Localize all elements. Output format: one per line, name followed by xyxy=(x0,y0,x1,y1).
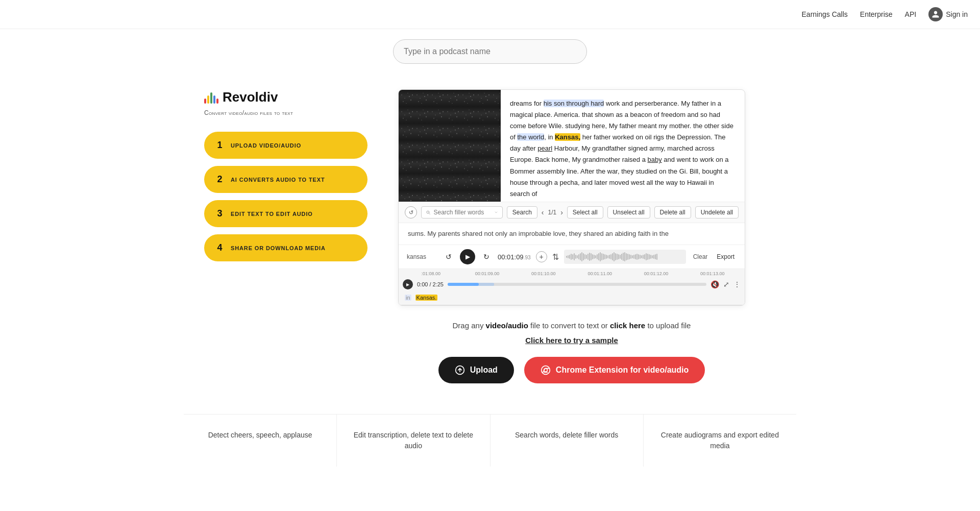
chrome-extension-button[interactable]: Chrome Extension for video/audio xyxy=(524,357,705,383)
waveform-bar xyxy=(581,252,582,261)
waveform-bar xyxy=(610,254,611,259)
step-1-num: 1 xyxy=(215,140,225,151)
transcript-area: dreams for his son through hard work and… xyxy=(399,90,745,202)
transcript-prefix: dreams for xyxy=(510,100,544,107)
waveform-bar xyxy=(643,255,644,259)
timeline-area: :01:08.00 00:01:09.00 00:01:10.00 00:01:… xyxy=(399,269,745,305)
waveform-bar xyxy=(632,255,633,258)
left-panel: Revoldiv Convert video/audio files to te… xyxy=(204,89,368,269)
earnings-calls-link[interactable]: Earnings Calls xyxy=(802,10,848,18)
audio-word-label: kansas xyxy=(407,253,437,260)
waveform-area: kansas ↺ ▶ ↻ 00:01:09.93 + ⇅ Clear xyxy=(399,245,745,269)
svg-point-1 xyxy=(542,366,550,375)
step-3-button[interactable]: 3 Edit text to edit audio xyxy=(204,200,368,227)
waveform-bar xyxy=(641,255,642,258)
waveform-visual xyxy=(564,250,686,264)
timestamp-display: 00:01:09.93 xyxy=(498,253,531,261)
logo-icon xyxy=(204,91,218,104)
enterprise-link[interactable]: Enterprise xyxy=(860,10,893,18)
waveform-bar xyxy=(646,253,647,260)
filler-search-input[interactable] xyxy=(434,209,491,216)
speed-icon[interactable]: ⇅ xyxy=(552,252,559,262)
timeline-play-btn[interactable]: ▶ xyxy=(403,279,413,289)
waveform-bar xyxy=(568,255,569,258)
feature-2-text: Edit transcription, delete text to delet… xyxy=(354,431,473,450)
waveform-bar xyxy=(606,255,607,259)
more-transcript[interactable]: sums. My parents shared not only an impr… xyxy=(399,223,745,245)
api-link[interactable]: API xyxy=(905,10,917,18)
rewind-btn[interactable]: ↺ xyxy=(443,251,455,263)
step-4-num: 4 xyxy=(215,242,225,253)
feature-1-text: Detect cheers, speech, applause xyxy=(208,431,312,439)
expand-icon[interactable]: ⤢ xyxy=(723,280,729,288)
more-options-icon[interactable]: ⋮ xyxy=(733,280,741,288)
sample-link[interactable]: Click here to try a sample xyxy=(398,336,745,345)
feature-3-text: Search words, delete filler words xyxy=(515,431,618,439)
transcript-t3: , in xyxy=(544,133,555,141)
search-icon xyxy=(426,209,431,215)
filler-toolbar: ↺ Search ‹ 1/1 › Select all Unselect all… xyxy=(399,202,745,223)
waveform-bar xyxy=(644,254,645,259)
timeline-progress-bar[interactable] xyxy=(448,283,706,286)
waveform-bar xyxy=(612,253,613,260)
mute-icon[interactable]: 🔇 xyxy=(710,280,719,288)
export-btn[interactable]: Export xyxy=(715,253,737,260)
feature-3: Search words, delete filler words xyxy=(491,415,644,467)
waveform-bar xyxy=(627,254,628,260)
waveform-bars xyxy=(564,250,686,264)
header: Earnings Calls Enterprise API Sign in xyxy=(0,0,980,29)
logo: Revoldiv xyxy=(204,89,368,105)
step-3-num: 3 xyxy=(215,208,225,219)
step-4-button[interactable]: 4 Share or download media xyxy=(204,234,368,261)
forward-btn[interactable]: ↻ xyxy=(480,251,493,263)
filler-nav-next[interactable]: › xyxy=(560,208,563,216)
waveform-bar xyxy=(618,254,619,259)
waveform-bar xyxy=(587,254,589,260)
select-all-btn[interactable]: Select all xyxy=(567,206,603,218)
waveform-bar xyxy=(620,255,621,259)
filler-nav-prev[interactable]: ‹ xyxy=(542,208,544,216)
waveform-bar xyxy=(574,253,575,260)
chrome-icon xyxy=(541,365,551,375)
waveform-bar xyxy=(577,255,578,258)
clear-btn[interactable]: Clear xyxy=(691,253,710,260)
waveform-bar xyxy=(609,255,610,259)
timeline-time: 0:00 / 2:25 xyxy=(417,281,444,287)
transcript-highlight-pearl: pearl xyxy=(537,144,552,152)
step-1-button[interactable]: 1 Upload video/audio xyxy=(204,132,368,159)
dropdown-arrow-icon xyxy=(494,210,498,215)
waveform-bar xyxy=(566,256,567,258)
waveform-bar xyxy=(638,254,639,259)
waveform-bar xyxy=(615,253,616,260)
sign-in-button[interactable]: Sign in xyxy=(928,7,968,21)
step-1-label: Upload video/audio xyxy=(231,142,301,149)
podcast-search-section xyxy=(0,29,980,69)
filler-repeat-btn[interactable]: ↺ xyxy=(405,206,417,218)
undelete-all-btn[interactable]: Undelete all xyxy=(695,206,739,218)
waveform-bar xyxy=(569,255,570,259)
waveform-bar xyxy=(617,254,618,260)
chrome-extension-label: Chrome Extension for video/audio xyxy=(556,366,689,375)
transcript-text[interactable]: dreams for his son through hard work and… xyxy=(501,90,745,197)
podcast-search-input[interactable] xyxy=(393,39,587,64)
step-3-label: Edit text to edit audio xyxy=(231,211,313,217)
step-2-button[interactable]: 2 AI converts audio to text xyxy=(204,166,368,193)
upload-main-button[interactable]: Upload xyxy=(438,357,514,383)
play-btn[interactable]: ▶ xyxy=(460,249,475,264)
waveform-bar xyxy=(614,252,615,261)
waveform-bar xyxy=(626,253,627,260)
crowd-visual xyxy=(399,90,501,202)
transcript-highlight-1: his son through hard xyxy=(544,100,604,107)
filler-search-btn[interactable]: Search xyxy=(507,206,537,218)
waveform-bar xyxy=(656,254,657,260)
upload-icon xyxy=(455,365,465,375)
step-2-num: 2 xyxy=(215,174,225,185)
delete-all-btn[interactable]: Delete all xyxy=(654,206,691,218)
right-panel: dreams for his son through hard work and… xyxy=(398,89,745,414)
unselect-all-btn[interactable]: Unselect all xyxy=(607,206,650,218)
feature-2: Edit transcription, delete text to delet… xyxy=(337,415,490,467)
marker-1: :01:08.00 xyxy=(403,271,459,276)
add-btn[interactable]: + xyxy=(536,251,547,262)
waveform-bar xyxy=(655,254,656,259)
demo-box: dreams for his son through hard work and… xyxy=(398,89,745,306)
